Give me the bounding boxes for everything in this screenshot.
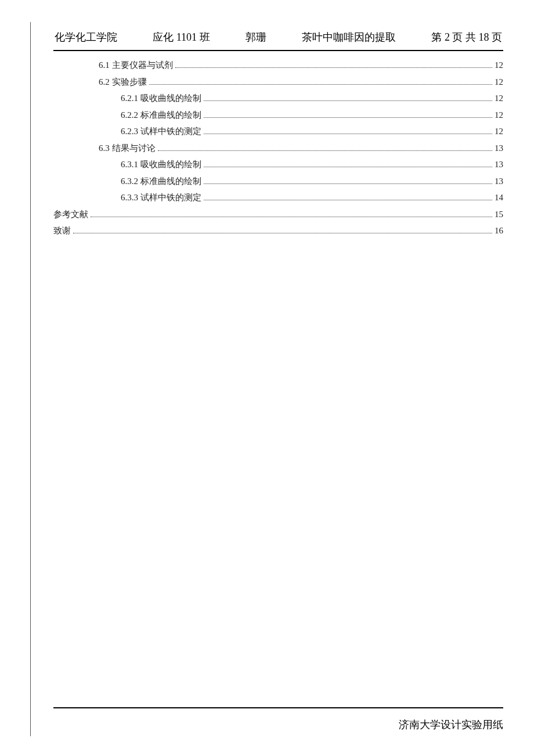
toc-leader-dots	[204, 178, 492, 184]
toc-label: 6.3 结果与讨论	[99, 140, 156, 157]
toc-label: 参考文献	[53, 206, 88, 223]
toc-page: 12	[495, 74, 503, 91]
toc-entry: 6.2.2 标准曲线的绘制 12	[53, 107, 503, 124]
toc-leader-dots	[204, 128, 492, 135]
toc-entry: 6.2.1 吸收曲线的绘制 12	[53, 90, 503, 107]
toc-entry: 参考文献 15	[53, 206, 503, 223]
header-college: 化学化工学院	[55, 30, 117, 44]
header-class: 应化 1101 班	[153, 30, 210, 44]
toc-entry: 6.3.3 试样中铁的测定 14	[53, 189, 503, 206]
toc-label: 6.1 主要仪器与试剂	[99, 57, 173, 74]
toc-label: 6.3.2 标准曲线的绘制	[121, 173, 201, 190]
toc-label: 6.2.2 标准曲线的绘制	[121, 107, 201, 124]
toc-entry: 6.3.1 吸收曲线的绘制 13	[53, 156, 503, 173]
toc-leader-dots	[204, 161, 492, 168]
toc-leader-dots	[149, 78, 493, 85]
header-pagination: 第 2 页 共 18 页	[431, 30, 502, 44]
footer-text: 济南大学设计实验用纸	[53, 718, 503, 732]
toc-page: 15	[495, 206, 503, 223]
header-author: 郭珊	[246, 30, 266, 44]
toc-page: 12	[495, 90, 503, 107]
toc-entry: 6.3.2 标准曲线的绘制 13	[53, 173, 503, 190]
page-header: 化学化工学院 应化 1101 班 郭珊 茶叶中咖啡因的提取 第 2 页 共 18…	[53, 30, 503, 48]
toc-leader-dots	[204, 195, 492, 201]
toc-leader-dots	[204, 95, 492, 102]
toc-entry: 6.2.3 试样中铁的测定 12	[53, 123, 503, 140]
toc-leader-dots	[73, 228, 492, 234]
toc-page: 13	[495, 140, 503, 157]
footer-divider	[53, 707, 503, 708]
toc-page: 14	[495, 189, 503, 206]
header-title: 茶叶中咖啡因的提取	[302, 30, 396, 44]
toc-label: 致谢	[53, 222, 71, 239]
toc-entry: 致谢 16	[53, 222, 503, 239]
toc-leader-dots	[175, 62, 493, 69]
page-content: 化学化工学院 应化 1101 班 郭珊 茶叶中咖啡因的提取 第 2 页 共 18…	[53, 30, 503, 239]
table-of-contents: 6.1 主要仪器与试剂 12 6.2 实验步骤 12 6.2.1 吸收曲线的绘制…	[53, 57, 503, 239]
toc-entry: 6.1 主要仪器与试剂 12	[53, 57, 503, 74]
toc-page: 12	[495, 57, 503, 74]
toc-page: 13	[495, 156, 503, 173]
toc-page: 12	[495, 107, 503, 124]
toc-leader-dots	[204, 111, 492, 118]
toc-entry: 6.3 结果与讨论 13	[53, 140, 503, 157]
toc-label: 6.3.3 试样中铁的测定	[121, 189, 201, 206]
toc-label: 6.2 实验步骤	[99, 74, 147, 91]
left-margin-rule	[30, 22, 31, 736]
toc-page: 13	[495, 173, 503, 190]
toc-leader-dots	[158, 145, 493, 151]
toc-page: 12	[495, 123, 503, 140]
toc-label: 6.2.1 吸收曲线的绘制	[121, 90, 201, 107]
toc-entry: 6.2 实验步骤 12	[53, 74, 503, 91]
header-divider	[53, 50, 503, 51]
toc-leader-dots	[91, 211, 492, 217]
toc-page: 16	[495, 222, 503, 239]
toc-label: 6.2.3 试样中铁的测定	[121, 123, 201, 140]
toc-label: 6.3.1 吸收曲线的绘制	[121, 156, 201, 173]
